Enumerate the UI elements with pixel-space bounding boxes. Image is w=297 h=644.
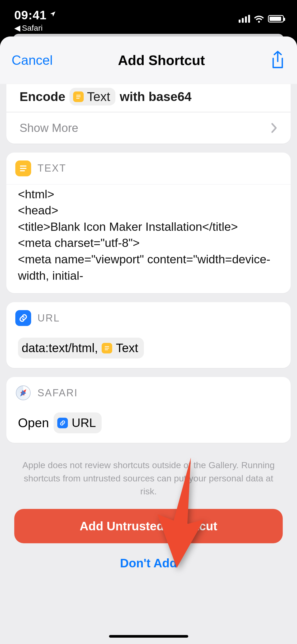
status-time: 09:41 — [14, 8, 47, 22]
modal-sheet: Cancel Add Shortcut Encode Text with bas… — [0, 36, 297, 644]
text-body: <html> <head> <title>Blank Icon Maker In… — [6, 184, 291, 293]
status-bar: 09:41 ◀ Safari — [0, 0, 297, 34]
home-indicator[interactable] — [109, 635, 188, 638]
text-action-icon — [15, 160, 31, 176]
back-to-app[interactable]: ◀ Safari — [14, 23, 56, 33]
safari-action-icon — [15, 385, 31, 401]
url-token-label: Text — [116, 340, 138, 356]
action-card-url[interactable]: URL data:text/html, Text — [6, 302, 291, 368]
primary-button-label: Add Untrusted Shortcut — [80, 519, 217, 533]
show-more-row[interactable]: Show More — [6, 112, 291, 144]
encode-token-label: Text — [87, 89, 110, 104]
url-value-pill[interactable]: data:text/html, Text — [18, 338, 144, 358]
url-prefix: data:text/html, — [22, 340, 98, 356]
text-variable-icon — [102, 343, 112, 353]
safari-url-pill[interactable]: URL — [54, 412, 102, 433]
encode-suffix: with base64 — [120, 89, 191, 104]
nav-bar: Cancel Add Shortcut — [0, 36, 297, 84]
safari-prefix: Open — [18, 414, 49, 432]
encode-text-token[interactable]: Text — [69, 88, 115, 105]
action-card-text[interactable]: TEXT <html> <head> <title>Blank Icon Mak… — [6, 153, 291, 293]
add-untrusted-shortcut-button[interactable]: Add Untrusted Shortcut — [14, 509, 283, 543]
url-header-label: URL — [37, 312, 60, 324]
secondary-button-label: Don't Add — [120, 556, 177, 570]
page-title: Add Shortcut — [118, 52, 205, 68]
chevron-right-icon — [271, 123, 277, 133]
safari-header-label: SAFARI — [37, 387, 78, 399]
encode-prefix: Encode — [20, 89, 65, 104]
action-card-encode[interactable]: Encode Text with base64 Show More — [6, 84, 291, 144]
url-action-icon — [15, 310, 31, 326]
wifi-icon — [254, 15, 264, 23]
url-variable-icon — [57, 418, 68, 428]
battery-icon — [268, 15, 284, 22]
share-button[interactable] — [270, 51, 285, 70]
text-header-label: TEXT — [37, 163, 66, 174]
text-variable-icon — [73, 91, 84, 102]
chevron-left-icon: ◀ — [14, 23, 20, 33]
show-more-label: Show More — [20, 121, 78, 135]
action-card-safari[interactable]: SAFARI Open URL — [6, 377, 291, 443]
dont-add-button[interactable]: Don't Add — [6, 556, 291, 570]
back-app-label: Safari — [22, 24, 43, 33]
location-services-icon — [49, 10, 56, 20]
safari-token-label: URL — [72, 415, 96, 431]
cancel-button[interactable]: Cancel — [12, 53, 53, 68]
cellular-signal-icon — [239, 15, 250, 23]
untrusted-warning: Apple does not review shortcuts outside … — [22, 459, 275, 498]
